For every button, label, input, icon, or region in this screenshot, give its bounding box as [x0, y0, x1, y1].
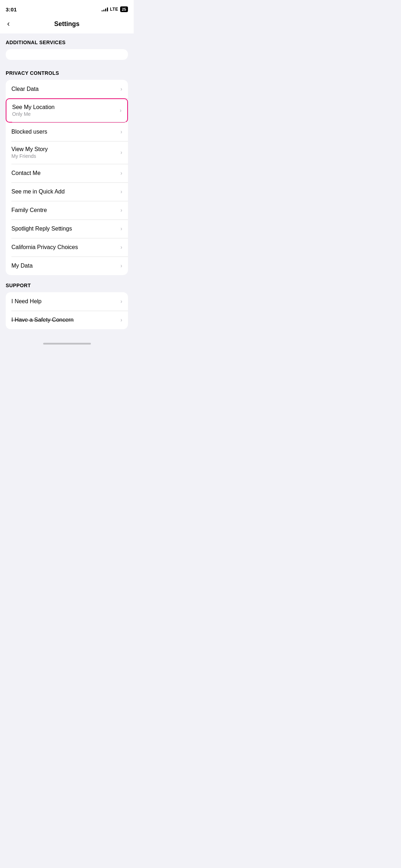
chevron-right-icon: › [120, 129, 122, 135]
chevron-right-icon: › [120, 244, 122, 250]
privacy-row-left-view-my-story: View My StoryMy Friends [11, 146, 48, 159]
support-section: SUPPORT I Need Help›I Have a Safety Conc… [0, 282, 134, 329]
chevron-right-icon: › [120, 86, 122, 92]
status-bar: 3:01 LTE 25 [0, 0, 134, 16]
support-row-left-i-need-help: I Need Help [11, 298, 42, 305]
chevron-right-icon: › [120, 317, 122, 323]
support-label: SUPPORT [6, 283, 31, 288]
privacy-row-left-quick-add: See me in Quick Add [11, 188, 65, 195]
privacy-row-left-california-privacy: California Privacy Choices [11, 244, 78, 250]
privacy-row-label-my-data: My Data [11, 263, 33, 269]
chevron-right-icon: › [120, 226, 122, 232]
support-row-i-need-help[interactable]: I Need Help› [6, 292, 128, 311]
privacy-controls-section-header: PRIVACY CONTROLS [0, 64, 134, 80]
support-row-label-i-need-help: I Need Help [11, 298, 42, 305]
privacy-row-label-blocked-users: Blocked users [11, 129, 47, 135]
chevron-right-icon: › [120, 207, 122, 213]
privacy-row-california-privacy[interactable]: California Privacy Choices› [6, 238, 128, 257]
status-time: 3:01 [6, 6, 17, 12]
privacy-row-label-family-centre: Family Centre [11, 207, 47, 213]
privacy-row-left-contact-me: Contact Me [11, 170, 41, 176]
privacy-row-my-data[interactable]: My Data› [6, 257, 128, 275]
home-indicator [0, 340, 134, 347]
chevron-right-icon: › [120, 170, 122, 176]
page-title: Settings [54, 20, 79, 28]
support-row-label-safety-concern: I Have a Safety Concern [11, 317, 73, 323]
privacy-row-label-spotlight-reply: Spotlight Reply Settings [11, 226, 72, 232]
privacy-row-label-clear-data: Clear Data [11, 86, 38, 92]
chevron-right-icon: › [120, 298, 122, 305]
privacy-controls-label: PRIVACY CONTROLS [6, 70, 59, 76]
nav-bar: ‹ Settings [0, 16, 134, 33]
support-section-header: SUPPORT [0, 282, 134, 292]
privacy-row-left-see-my-location: See My LocationOnly Me [12, 104, 55, 117]
back-button[interactable]: ‹ [6, 19, 11, 29]
home-bar [43, 343, 91, 345]
chevron-right-icon: › [120, 263, 122, 269]
support-row-safety-concern[interactable]: I Have a Safety Concern› [6, 311, 128, 329]
additional-services-section: ADDITIONAL SERVICES [0, 33, 134, 49]
partial-card-above [6, 49, 128, 60]
privacy-row-family-centre[interactable]: Family Centre› [6, 201, 128, 219]
privacy-row-left-blocked-users: Blocked users [11, 129, 47, 135]
privacy-row-contact-me[interactable]: Contact Me› [6, 164, 128, 182]
privacy-row-sublabel-view-my-story: My Friends [11, 153, 48, 159]
privacy-row-quick-add[interactable]: See me in Quick Add› [6, 182, 128, 201]
privacy-controls-card: Clear Data›See My LocationOnly Me›Blocke… [6, 80, 128, 275]
privacy-row-left-clear-data: Clear Data [11, 86, 38, 92]
chevron-right-icon: › [120, 107, 122, 114]
signal-bars-icon [102, 7, 108, 11]
lte-label: LTE [110, 7, 118, 12]
privacy-row-see-my-location[interactable]: See My LocationOnly Me› [6, 98, 128, 123]
privacy-row-clear-data[interactable]: Clear Data› [6, 80, 128, 98]
privacy-row-left-family-centre: Family Centre [11, 207, 47, 213]
privacy-row-label-quick-add: See me in Quick Add [11, 188, 65, 195]
status-right-icons: LTE 25 [102, 6, 128, 12]
privacy-row-left-spotlight-reply: Spotlight Reply Settings [11, 226, 72, 232]
battery-icon: 25 [120, 6, 128, 12]
support-card: I Need Help›I Have a Safety Concern› [6, 292, 128, 329]
chevron-right-icon: › [120, 188, 122, 195]
privacy-row-view-my-story[interactable]: View My StoryMy Friends› [6, 141, 128, 164]
privacy-row-blocked-users[interactable]: Blocked users› [6, 123, 128, 141]
chevron-right-icon: › [120, 149, 122, 156]
privacy-row-left-my-data: My Data [11, 263, 33, 269]
support-row-left-safety-concern: I Have a Safety Concern [11, 317, 73, 323]
battery-percent: 25 [122, 7, 126, 11]
privacy-row-spotlight-reply[interactable]: Spotlight Reply Settings› [6, 219, 128, 238]
privacy-row-label-contact-me: Contact Me [11, 170, 41, 176]
privacy-row-sublabel-see-my-location: Only Me [12, 111, 55, 117]
additional-services-label: ADDITIONAL SERVICES [6, 40, 66, 45]
privacy-row-label-view-my-story: View My Story [11, 146, 48, 153]
privacy-row-label-california-privacy: California Privacy Choices [11, 244, 78, 250]
privacy-row-label-see-my-location: See My Location [12, 104, 55, 110]
